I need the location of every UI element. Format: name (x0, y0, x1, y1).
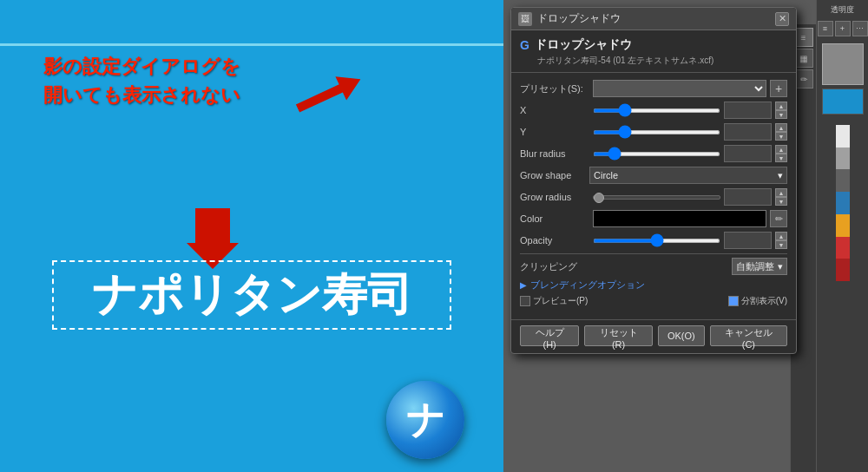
blend-options-row[interactable]: ▶ ブレンディングオプション (520, 279, 787, 292)
color-swatch-3[interactable] (836, 192, 850, 214)
y-spin-up[interactable]: ▲ (775, 123, 787, 132)
text-selection: ナポリタン寿司 (52, 260, 451, 330)
opacity-spin: ▲ ▼ (775, 232, 787, 249)
color-strip (836, 125, 850, 281)
sidebar-more-btn[interactable]: ⋯ (852, 21, 868, 36)
blur-spin-up[interactable]: ▲ (775, 145, 787, 154)
clipping-select[interactable]: 自動調整 ▾ (732, 258, 787, 275)
clipping-label: クリッピング (520, 260, 577, 273)
dialog-titlebar: 🖼 ドロップシャドウ ✕ (511, 8, 796, 30)
svg-marker-0 (293, 68, 366, 121)
color-swatch-5[interactable] (836, 237, 850, 259)
blend-options-label: ブレンディングオプション (530, 279, 645, 292)
split-checkbox[interactable] (728, 296, 739, 306)
x-value[interactable]: 20.000 (724, 102, 772, 119)
x-row: X 20.000 ▲ ▼ (520, 102, 787, 119)
opacity-value[interactable]: 0.500 (724, 232, 772, 249)
opacity-spin-down[interactable]: ▼ (775, 240, 787, 249)
divider-1 (520, 253, 787, 254)
preview-checkbox[interactable] (520, 296, 530, 306)
checkbox-row: プレビュー(P) 分割表示(V) (520, 295, 787, 307)
dialog-title-left: 🖼 ドロップシャドウ (518, 11, 621, 26)
canvas-japanese-text: ナポリタン寿司 (92, 265, 412, 325)
color-row: Color ✏ (520, 210, 787, 227)
opacity-row: Opacity 0.500 ▲ ▼ (520, 232, 787, 249)
blur-value[interactable]: 10.00 (724, 145, 772, 162)
preset-add-button[interactable]: + (770, 80, 787, 97)
reset-button[interactable]: リセット(R) (584, 325, 653, 346)
blur-radius-row: Blur radius 10.00 ▲ ▼ (520, 145, 787, 162)
globe-na-text: ナ (406, 395, 445, 446)
grow-shape-dropdown-icon: ▾ (778, 170, 783, 181)
preset-select[interactable] (593, 80, 766, 97)
color-swatch-0[interactable] (836, 125, 850, 148)
dialog-buttons: ヘルプ(H) リセット(R) OK(O) キャンセル(C) (511, 319, 796, 353)
color-label: Color (520, 213, 589, 224)
grow-radius-spin-up[interactable]: ▲ (775, 188, 787, 197)
x-spin: ▲ ▼ (775, 102, 787, 119)
color-swatch-6[interactable] (836, 259, 850, 281)
grow-radius-spin: ▲ ▼ (775, 188, 787, 206)
sidebar-add-btn[interactable]: + (835, 21, 851, 36)
layer-preview (822, 88, 864, 115)
preset-row: プリセット(S): + (520, 80, 787, 97)
x-spin-down[interactable]: ▼ (775, 110, 787, 119)
sidebar-opacity-btn[interactable]: ≡ (818, 21, 833, 36)
color-swatch-4[interactable] (836, 214, 850, 237)
y-value[interactable]: 20.000 (724, 123, 772, 141)
y-spin: ▲ ▼ (775, 123, 787, 141)
opacity-slider[interactable] (593, 239, 720, 243)
canvas-content: 影の設定ダイアログを 開いても表示されない ナポリタン寿司 ナ (0, 0, 503, 472)
grow-shape-select[interactable]: Circle ▾ (589, 167, 787, 184)
drop-shadow-dialog: 🖼 ドロップシャドウ ✕ G ドロップシャドウ ナポリタン寿司-54 (01 左… (510, 7, 797, 354)
dialog-title-text: ドロップシャドウ (537, 11, 621, 26)
dialog-subtitle: ナポリタン寿司-54 (01 左テキストサムネ.xcf) (537, 55, 787, 67)
x-spin-up[interactable]: ▲ (775, 102, 787, 110)
grow-radius-value[interactable]: 0 (724, 188, 772, 206)
globe-logo: ナ (386, 381, 464, 459)
grow-radius-row: Grow radius 0 ▲ ▼ (520, 188, 787, 206)
blend-options-arrow: ▶ (520, 280, 527, 290)
cancel-button[interactable]: キャンセル(C) (710, 325, 787, 346)
dialog-header-title: G ドロップシャドウ (520, 37, 787, 53)
clipping-value: 自動調整 (736, 260, 774, 273)
ok-button[interactable]: OK(O) (658, 325, 705, 346)
y-label: Y (520, 127, 589, 137)
blur-spin-down[interactable]: ▼ (775, 154, 787, 162)
right-sidebar: 透明度 ≡ + ⋯ (816, 0, 868, 472)
dialog-close-button[interactable]: ✕ (775, 12, 789, 26)
preset-label: プリセット(S): (520, 82, 589, 95)
y-slider[interactable] (593, 130, 720, 134)
y-spin-down[interactable]: ▼ (775, 132, 787, 141)
opacity-spin-up[interactable]: ▲ (775, 232, 787, 240)
help-button[interactable]: ヘルプ(H) (520, 325, 579, 346)
x-slider[interactable] (593, 108, 720, 113)
grow-shape-value: Circle (594, 170, 618, 180)
color-preview[interactable] (593, 210, 766, 227)
color-swatch-1[interactable] (836, 148, 850, 170)
y-row: Y 20.000 ▲ ▼ (520, 123, 787, 141)
arrow-right-icon (290, 63, 369, 128)
layer-thumbnail (822, 43, 864, 85)
transparency-label: 透明度 (831, 4, 854, 16)
grow-radius-label: Grow radius (520, 192, 589, 202)
opacity-label: Opacity (520, 235, 589, 246)
blur-slider[interactable] (593, 152, 720, 156)
grow-radius-slider-track (593, 195, 720, 200)
grow-radius-slider-thumb[interactable] (594, 193, 604, 203)
color-swatch-2[interactable] (836, 169, 850, 192)
gimp-g-icon: G (520, 38, 529, 52)
split-label: 分割表示(V) (741, 295, 787, 307)
grow-radius-spin-down[interactable]: ▼ (775, 197, 787, 206)
blur-spin: ▲ ▼ (775, 145, 787, 162)
clipping-row: クリッピング 自動調整 ▾ (520, 258, 787, 275)
x-label: X (520, 105, 589, 115)
split-checkbox-item: 分割表示(V) (728, 295, 787, 307)
canvas-top-line (0, 43, 503, 46)
dialog-effect-title: ドロップシャドウ (535, 37, 632, 53)
clipping-dropdown-icon: ▾ (778, 261, 783, 272)
preview-checkbox-item: プレビュー(P) (520, 295, 588, 307)
preview-label: プレビュー(P) (533, 295, 588, 307)
color-edit-button[interactable]: ✏ (770, 210, 787, 227)
grow-shape-row: Grow shape Circle ▾ (520, 167, 787, 184)
